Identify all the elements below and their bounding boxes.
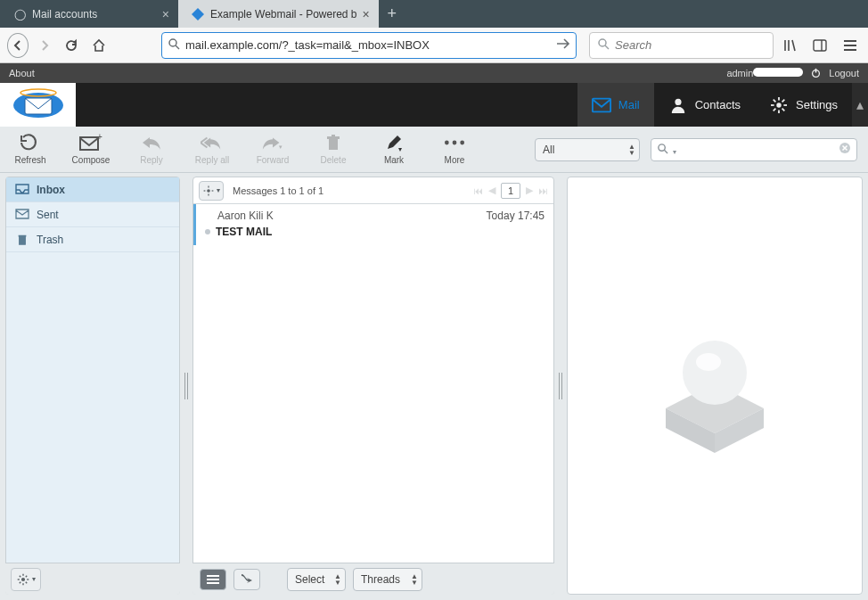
url-input[interactable] [185, 38, 556, 52]
splitter-left[interactable] [180, 177, 192, 595]
folder-sent[interactable]: Sent [6, 202, 179, 227]
chevron-updown-icon: ▲▼ [411, 573, 418, 586]
browser-search-bar[interactable] [589, 32, 774, 59]
first-page-button: ⏮ [473, 185, 483, 196]
folder-settings-button[interactable] [11, 568, 41, 591]
nav-tab-label: Settings [796, 98, 838, 111]
mail-toolbar: Refresh + Compose Reply Reply all ▾ Forw… [0, 127, 868, 173]
username-label: admin [726, 68, 803, 78]
app-top-strip: About admin Logout [0, 63, 868, 83]
refresh-icon [19, 134, 42, 152]
main-nav: Mail Contacts Settings ▴ [0, 83, 868, 127]
nav-tab-mail[interactable]: Mail [577, 83, 654, 127]
folder-pane-footer [5, 563, 180, 595]
preview-pane [567, 177, 863, 595]
nav-tab-label: Mail [618, 98, 640, 111]
svg-marker-0 [192, 8, 204, 21]
svg-rect-57 [207, 582, 219, 584]
svg-point-3 [599, 39, 606, 46]
trash-icon [322, 134, 345, 152]
envelope-icon [592, 97, 611, 113]
svg-rect-13 [25, 98, 52, 114]
nav-tab-settings[interactable]: Settings [755, 83, 852, 127]
svg-rect-40 [19, 234, 27, 236]
message-from: Aaron Kili K [217, 210, 274, 222]
unread-dot-icon [205, 229, 210, 234]
svg-point-41 [20, 577, 24, 580]
clear-search-icon[interactable] [839, 142, 851, 158]
browser-tab-label: Mail accounts [32, 8, 97, 21]
browser-search-input[interactable] [615, 38, 766, 52]
list-icon [206, 574, 220, 585]
folder-inbox[interactable]: Inbox [6, 177, 179, 202]
toolbar-label: Delete [321, 155, 347, 165]
app-logo[interactable] [0, 83, 76, 127]
browser-tab-mail-accounts[interactable]: ◯ Mail accounts × [0, 0, 178, 28]
svg-point-34 [453, 141, 457, 145]
select-dropdown[interactable]: Select ▲▼ [287, 568, 346, 591]
compose-button[interactable]: + Compose [71, 134, 111, 165]
filter-select[interactable]: All ▲▼ [535, 138, 640, 161]
home-button[interactable] [88, 33, 110, 58]
svg-point-33 [445, 141, 449, 145]
message-row[interactable]: Aaron Kili K Today 17:45 TEST MAIL [193, 204, 553, 245]
logout-link[interactable]: Logout [829, 68, 859, 78]
close-icon[interactable]: × [162, 7, 169, 21]
svg-rect-39 [20, 236, 26, 244]
current-page[interactable]: 1 [501, 183, 520, 199]
svg-point-61 [683, 341, 747, 405]
close-icon[interactable]: × [363, 7, 370, 21]
svg-line-47 [25, 581, 26, 582]
threads-dropdown[interactable]: Threads ▲▼ [353, 568, 422, 591]
nav-tab-contacts[interactable]: Contacts [654, 83, 755, 127]
browser-toolbar [0, 28, 868, 63]
svg-line-4 [605, 45, 609, 49]
folder-label: Trash [37, 234, 63, 246]
refresh-button[interactable]: Refresh [11, 134, 50, 165]
new-tab-button[interactable]: + [379, 0, 405, 28]
pager: ⏮ ◀ 1 ▶ ⏭ [473, 183, 548, 199]
forward-icon: ▾ [261, 134, 284, 152]
url-bar[interactable] [161, 32, 577, 59]
empty-preview-icon [639, 310, 790, 462]
svg-point-16 [675, 98, 681, 104]
layout-preview-button[interactable] [233, 569, 260, 590]
message-subject: TEST MAIL [216, 226, 272, 238]
mark-button[interactable]: ▾ Mark [374, 134, 414, 165]
search-icon[interactable] [657, 142, 676, 158]
list-options-button[interactable] [199, 181, 224, 201]
splitter-right[interactable] [554, 177, 567, 595]
message-list-pane: Messages 1 to 1 of 1 ⏮ ◀ 1 ▶ ⏭ Aaron Kil… [192, 177, 554, 595]
compose-icon: + [79, 134, 102, 152]
svg-line-37 [664, 150, 667, 153]
reload-button[interactable] [61, 33, 82, 58]
hamburger-menu-icon[interactable] [839, 35, 861, 56]
svg-rect-26 [80, 137, 98, 150]
mail-search-input[interactable] [676, 143, 839, 156]
threads-label: Threads [361, 573, 400, 586]
go-arrow-icon[interactable] [556, 37, 570, 53]
folder-list-pane: Inbox Sent Trash [5, 177, 180, 595]
toolbar-label: Mark [384, 155, 404, 165]
message-list-header: Messages 1 to 1 of 1 ⏮ ◀ 1 ▶ ⏭ [193, 177, 553, 204]
more-dots-icon [443, 134, 466, 152]
folder-trash[interactable]: Trash [6, 227, 179, 252]
chevron-updown-icon: ▲▼ [628, 144, 635, 156]
browser-tab-webmail[interactable]: Example Webmail - Powered b × [178, 0, 379, 28]
collapse-nav-button[interactable]: ▴ [852, 83, 868, 127]
mail-search-bar[interactable] [651, 138, 857, 161]
next-page-button: ▶ [526, 185, 533, 196]
library-icon[interactable] [779, 35, 800, 56]
svg-point-1 [169, 39, 176, 46]
about-link[interactable]: About [9, 68, 35, 78]
toolbar-label: Compose [72, 155, 111, 165]
more-button[interactable]: More [435, 134, 474, 165]
layout-list-button[interactable] [200, 569, 226, 590]
nav-tab-label: Contacts [695, 98, 741, 111]
back-button[interactable] [7, 33, 29, 58]
gear-icon [769, 97, 789, 113]
reply-all-button: Reply all [192, 134, 232, 165]
sidebar-icon[interactable] [809, 35, 831, 56]
username-redacted [753, 68, 803, 77]
trash-icon [15, 234, 29, 246]
